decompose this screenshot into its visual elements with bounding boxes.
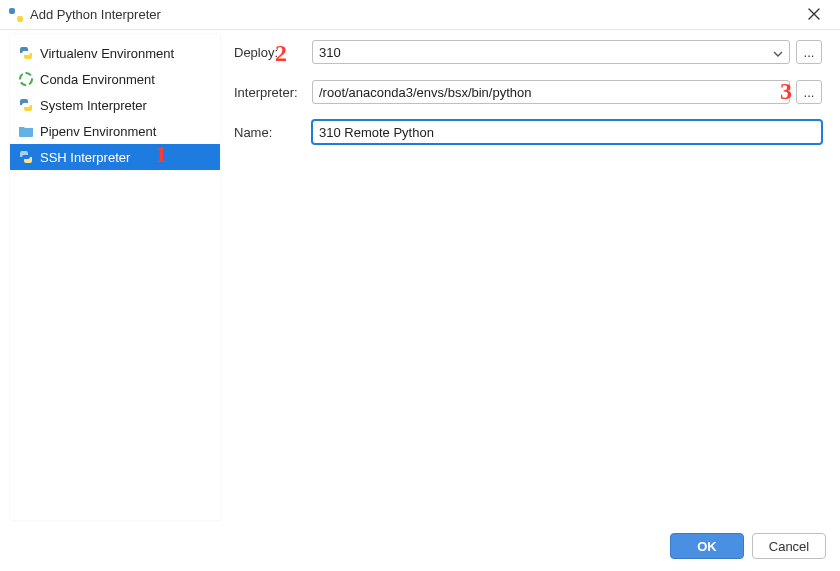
sidebar-item-label: Virtualenv Environment [40, 46, 174, 61]
interpreter-path-input[interactable] [312, 80, 790, 104]
sidebar-item-label: System Interpreter [40, 98, 147, 113]
interpreter-type-sidebar: Virtualenv Environment Conda Environment… [10, 34, 220, 520]
svg-point-2 [20, 73, 32, 85]
name-label: Name: [234, 125, 306, 140]
svg-rect-1 [17, 16, 23, 22]
ellipsis-icon: ... [804, 85, 815, 100]
deploy-combo-value: 310 [319, 45, 341, 60]
name-row: Name: [234, 120, 822, 144]
ellipsis-icon: ... [804, 45, 815, 60]
sidebar-item-virtualenv[interactable]: Virtualenv Environment [10, 40, 220, 66]
deploy-combo[interactable]: 310 [312, 40, 790, 64]
chevron-down-icon [773, 47, 783, 57]
sidebar-item-label: SSH Interpreter [40, 150, 130, 165]
deploy-label: Deploy: [234, 45, 306, 60]
app-icon [8, 7, 24, 23]
content-pane: Deploy: 310 ... Interpreter: ... Name: [220, 30, 840, 520]
folder-icon [18, 123, 34, 139]
python-icon [18, 45, 34, 61]
sidebar-item-conda[interactable]: Conda Environment [10, 66, 220, 92]
deploy-row: Deploy: 310 ... [234, 40, 822, 64]
cancel-button[interactable]: Cancel [752, 533, 826, 559]
name-input[interactable] [312, 120, 822, 144]
interpreter-label: Interpreter: [234, 85, 306, 100]
close-icon [808, 7, 820, 23]
sidebar-item-pipenv[interactable]: Pipenv Environment [10, 118, 220, 144]
dialog-title: Add Python Interpreter [30, 7, 161, 22]
close-button[interactable] [794, 0, 834, 30]
titlebar: Add Python Interpreter [0, 0, 840, 30]
main-area: Virtualenv Environment Conda Environment… [0, 30, 840, 520]
sidebar-item-ssh[interactable]: SSH Interpreter [10, 144, 220, 170]
sidebar-item-label: Conda Environment [40, 72, 155, 87]
deploy-browse-button[interactable]: ... [796, 40, 822, 64]
python-icon [18, 97, 34, 113]
python-ssh-icon [18, 149, 34, 165]
interpreter-browse-button[interactable]: ... [796, 80, 822, 104]
ok-button[interactable]: OK [670, 533, 744, 559]
sidebar-item-label: Pipenv Environment [40, 124, 156, 139]
conda-icon [18, 71, 34, 87]
dialog-footer: OK Cancel [670, 533, 826, 559]
interpreter-row: Interpreter: ... [234, 80, 822, 104]
sidebar-item-system[interactable]: System Interpreter [10, 92, 220, 118]
svg-rect-0 [9, 8, 15, 14]
